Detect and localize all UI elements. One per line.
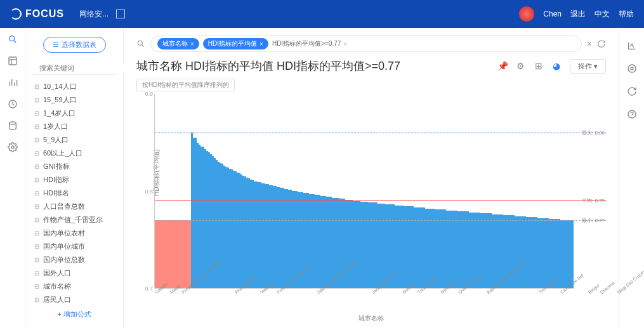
ref-label: 平均: 0.79 <box>582 197 605 204</box>
data-icon[interactable] <box>8 121 18 131</box>
close-icon[interactable]: × <box>343 41 347 48</box>
field-icon: ⊟ <box>34 203 39 210</box>
chart-icon[interactable] <box>8 77 18 88</box>
field-item[interactable]: ⊟GNI指标 <box>32 160 117 173</box>
field-icon: ⊟ <box>34 296 39 303</box>
svg-rect-1 <box>9 57 16 65</box>
field-label: 国内单位总数 <box>43 255 85 265</box>
query-bar: 城市名称× HDI指标的平均值× HDI指标的平均值>=0.77× × <box>136 36 606 52</box>
query-pills[interactable]: 城市名称× HDI指标的平均值× HDI指标的平均值>=0.77× <box>150 36 582 52</box>
pill-hdi-avg[interactable]: HDI指标的平均值× <box>203 38 268 49</box>
field-label: 人口普查总数 <box>43 202 85 211</box>
field-item[interactable]: ⊟60以上_人口 <box>32 147 117 160</box>
field-item[interactable]: ⊟居民人口 <box>32 293 117 303</box>
field-icon: ⊟ <box>34 123 39 130</box>
svg-point-6 <box>138 41 142 45</box>
add-formula-button[interactable]: + 增加公式 <box>57 310 91 319</box>
svg-point-7 <box>628 65 636 72</box>
field-item[interactable]: ⊟人口普查总数 <box>32 200 117 213</box>
field-icon: ⊟ <box>34 176 39 183</box>
piechart-icon[interactable]: ◕ <box>549 59 563 73</box>
pill-city[interactable]: 城市名称× <box>157 38 199 49</box>
field-label: HDI指标 <box>43 175 69 185</box>
logo: FOCUS <box>10 8 64 20</box>
refresh-icon[interactable] <box>597 39 606 48</box>
field-icon: ⊟ <box>34 163 39 170</box>
search-icon[interactable] <box>136 39 145 48</box>
svg-point-8 <box>631 67 633 70</box>
history-icon[interactable] <box>8 99 18 109</box>
field-label: 1_4岁人口 <box>43 108 76 118</box>
field-label: 城市名称 <box>43 282 71 291</box>
config-icon[interactable] <box>627 63 637 74</box>
refresh-icon[interactable] <box>627 86 637 96</box>
field-item[interactable]: ⊟作物产值_千雷亚尔 <box>32 213 117 226</box>
close-icon[interactable]: × <box>260 41 263 48</box>
edit-icon[interactable] <box>116 10 125 18</box>
search-input[interactable] <box>39 64 127 72</box>
field-label: 60以上_人口 <box>43 148 82 158</box>
field-item[interactable]: ⊟城市名称 <box>32 280 117 293</box>
field-item[interactable]: ⊟15_59人口 <box>32 93 117 107</box>
field-item[interactable]: ⊟1岁人口 <box>32 120 117 133</box>
avatar[interactable] <box>519 6 534 22</box>
field-label: 15_59人口 <box>43 95 77 105</box>
lang-link[interactable]: 中文 <box>595 9 610 20</box>
ref-label: 最大: 0.86 <box>582 129 605 136</box>
field-item[interactable]: ⊟1_4岁人口 <box>32 107 117 120</box>
clear-icon[interactable]: × <box>587 39 592 49</box>
table-icon[interactable]: ⊞ <box>532 59 546 73</box>
field-sidebar: ☰选择数据表 ⊟10_14人口⊟15_59人口⊟1_4岁人口⊟1岁人口⊟5_9人… <box>25 28 124 328</box>
select-table-button[interactable]: ☰选择数据表 <box>43 37 106 53</box>
field-item[interactable]: ⊟5_9人口 <box>32 133 117 147</box>
svg-point-4 <box>11 146 14 148</box>
bar[interactable] <box>572 220 573 288</box>
pill-filter[interactable]: HDI指标的平均值>=0.77× <box>272 39 347 48</box>
field-icon: ⊟ <box>34 256 39 263</box>
gear-icon[interactable]: ⚙ <box>514 59 528 73</box>
project-name[interactable]: 网络安... <box>79 9 108 20</box>
sort-indicator[interactable]: 按HDI指标的平均值降序排列的 <box>136 79 235 91</box>
logo-icon <box>10 8 22 20</box>
field-icon: ⊟ <box>34 283 39 290</box>
field-label: 居民人口 <box>43 295 71 303</box>
dashboard-icon[interactable] <box>8 56 18 66</box>
field-label: 1岁人口 <box>43 122 68 131</box>
field-icon: ⊟ <box>34 83 39 90</box>
help-link[interactable]: 帮助 <box>619 9 634 20</box>
field-item[interactable]: ⊟国内单位城市 <box>32 240 117 253</box>
y-tick: 0.8 <box>145 188 153 195</box>
field-item[interactable]: ⊟HDI排名 <box>32 187 117 200</box>
field-icon: ⊟ <box>34 216 39 223</box>
field-item[interactable]: ⊟10_14人口 <box>32 80 117 93</box>
logo-text: FOCUS <box>25 8 64 20</box>
field-icon: ⊟ <box>34 243 39 250</box>
y-tick: 0.7 <box>145 285 153 292</box>
logout-link[interactable]: 退出 <box>570 9 586 20</box>
close-icon[interactable]: × <box>190 41 194 48</box>
field-item[interactable]: ⊟国外人口 <box>32 266 117 280</box>
chart-title: 城市名称 HDI指标的平均值 HDI指标的平均值>=0.77 <box>136 58 400 74</box>
field-icon: ⊟ <box>34 230 39 237</box>
field-label: 5_9人口 <box>43 135 69 145</box>
svg-point-3 <box>9 122 16 124</box>
field-label: 国内单位城市 <box>43 242 85 251</box>
field-item[interactable]: ⊟国内单位农村 <box>32 226 117 240</box>
search-icon[interactable] <box>8 34 18 44</box>
x-axis-label: 城市名称 <box>358 314 384 323</box>
settings-icon[interactable] <box>8 142 18 152</box>
field-search[interactable] <box>32 62 117 75</box>
field-item[interactable]: ⊟国内单位总数 <box>32 253 117 266</box>
field-item[interactable]: ⊟HDI指标 <box>32 173 117 187</box>
help-icon[interactable] <box>627 109 637 119</box>
field-icon: ⊟ <box>34 136 39 143</box>
field-icon: ⊟ <box>34 110 39 117</box>
svg-point-0 <box>9 36 14 41</box>
username[interactable]: Chen <box>543 10 562 18</box>
app-header: FOCUS 网络安... Chen 退出 中文 帮助 <box>0 0 644 28</box>
pin-icon[interactable]: 📌 <box>496 59 510 73</box>
title-bar: 城市名称 HDI指标的平均值 HDI指标的平均值>=0.77 📌 ⚙ ⊞ ◕ 操… <box>136 58 606 74</box>
operations-button[interactable]: 操作 ▾ <box>570 59 606 74</box>
axis-icon[interactable] <box>627 41 637 51</box>
field-icon: ⊟ <box>34 96 39 103</box>
